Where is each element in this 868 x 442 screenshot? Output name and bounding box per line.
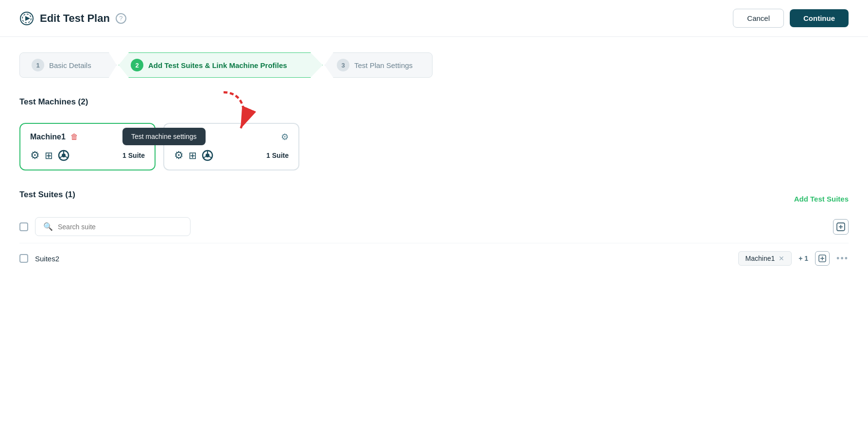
machine1-delete-icon[interactable]: 🗑	[70, 133, 78, 141]
search-row: 🔍	[19, 217, 849, 236]
machine1-windows-icon: ⊞	[45, 150, 53, 161]
step-number-2: 2	[131, 59, 143, 71]
suite-plus-count[interactable]: + 1	[799, 255, 808, 262]
suite-row: Suites2 Machine1 ✕ + 1 •••	[19, 243, 849, 273]
select-all-checkbox[interactable]	[19, 222, 28, 231]
add-suite-icon-button[interactable]	[833, 219, 849, 235]
step-add-test-suites[interactable]: 2 Add Test Suites & Link Machine Profile…	[119, 52, 323, 78]
header-actions: Cancel Continue	[733, 9, 849, 28]
search-input-wrap: 🔍	[35, 217, 191, 236]
page-header: Edit Test Plan ? Cancel Continue	[0, 0, 868, 37]
add-test-suites-button[interactable]: Add Test Suites	[794, 195, 849, 203]
machine1-footer: ⚙ ⊞ 1 Suite	[30, 149, 145, 162]
plus-square-icon	[836, 222, 845, 231]
machine2-icons: ⚙ ⊞	[174, 149, 213, 162]
machine2-windows-icon: ⊞	[189, 150, 197, 161]
machine1-name: Machine1	[30, 133, 66, 141]
machine2-footer: ⚙ ⊞ 1 Suite	[174, 149, 289, 162]
suites-title: Test Suites (1)	[19, 190, 75, 200]
machine1-chrome-icon	[58, 150, 69, 161]
cancel-button[interactable]: Cancel	[733, 9, 784, 28]
suite-machine-tag-close[interactable]: ✕	[779, 255, 784, 262]
machine2-suite-count: 1 Suite	[266, 152, 289, 159]
machine2-gear-app-icon: ⚙	[174, 149, 184, 162]
machine1-name-row: Machine1 🗑	[30, 133, 78, 141]
machine1-icons: ⚙ ⊞	[30, 149, 69, 162]
suite-checkbox-suites2[interactable]	[19, 254, 28, 263]
header-left: Edit Test Plan ?	[19, 11, 126, 26]
step-label-3: Test Plan Settings	[354, 61, 413, 69]
help-icon[interactable]: ?	[116, 13, 126, 24]
suite-machine-tag: Machine1 ✕	[738, 251, 792, 266]
suite-plus-square-icon	[818, 255, 826, 262]
step-number-3: 3	[337, 59, 349, 71]
svg-line-7	[65, 156, 68, 158]
step-test-plan-settings[interactable]: 3 Test Plan Settings	[325, 52, 433, 78]
main-content: 1 Basic Details 2 Add Test Suites & Link…	[0, 37, 868, 289]
search-icon: 🔍	[43, 222, 53, 231]
steps-nav: 1 Basic Details 2 Add Test Suites & Link…	[19, 52, 849, 78]
machine2-settings-icon[interactable]: ⚙	[281, 132, 289, 142]
continue-button[interactable]: Continue	[790, 9, 849, 27]
machine1-gear-app-icon: ⚙	[30, 149, 40, 162]
suite-add-button[interactable]	[815, 251, 830, 266]
machines-row: Machine1 🗑 ⚙ ⚙ ⊞	[19, 123, 849, 170]
step-label-2: Add Test Suites & Link Machine Profiles	[148, 61, 287, 69]
suites-header: Test Suites (1) Add Test Suites	[19, 190, 849, 207]
machine1-suite-count: 1 Suite	[122, 152, 145, 159]
svg-line-13	[204, 156, 206, 158]
svg-line-8	[60, 156, 62, 158]
machine2-chrome-icon	[202, 150, 213, 161]
machine-settings-tooltip: Test machine settings	[122, 128, 206, 145]
machine-card-1: Machine1 🗑 ⚙ ⚙ ⊞	[19, 123, 156, 170]
page-title: Edit Test Plan	[40, 12, 110, 25]
svg-marker-2	[25, 16, 30, 21]
svg-line-12	[209, 156, 211, 158]
step-basic-details[interactable]: 1 Basic Details	[19, 52, 117, 78]
edit-test-plan-icon	[19, 11, 34, 26]
machines-section: Test Machines (2) Machine1 🗑	[19, 97, 849, 170]
suite-machine-tag-label: Machine1	[746, 255, 775, 262]
suite-name: Suites2	[35, 255, 731, 263]
step-label-1: Basic Details	[49, 61, 91, 69]
search-suite-input[interactable]	[58, 223, 182, 231]
step-number-1: 1	[32, 59, 44, 71]
suites-section: Test Suites (1) Add Test Suites 🔍 Suit	[19, 190, 849, 273]
machines-title: Test Machines (2)	[19, 97, 849, 107]
suite-more-button[interactable]: •••	[836, 254, 849, 264]
